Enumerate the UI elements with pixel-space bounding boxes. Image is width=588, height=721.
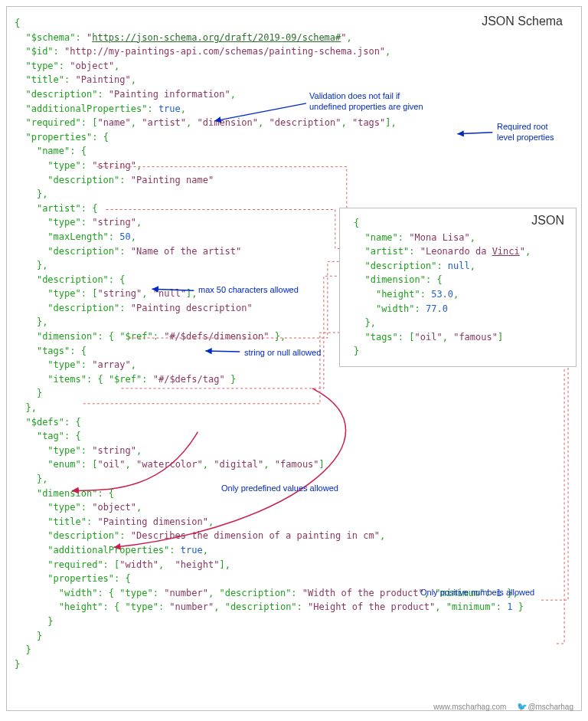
json-panel-label: JSON — [531, 214, 564, 228]
annotation-positive: Only positive numbers allowed — [420, 588, 534, 598]
page-frame: JSON Schema JSON Validation does not fai… — [6, 6, 582, 711]
footer-site: www.mscharhag.com — [433, 703, 506, 711]
annotation-string-null: string or null allowed — [244, 348, 321, 359]
annotation-required: Required rootlevel properties — [497, 122, 573, 143]
annotation-additional-props: Validation does not fail ifundefined pro… — [309, 91, 462, 113]
schema-panel-label: JSON Schema — [482, 15, 563, 28]
twitter-icon: 🐦 — [517, 702, 528, 711]
footer-handle: 🐦@mscharhag — [517, 702, 573, 712]
annotation-maxlength: max 50 characters allowed — [198, 285, 299, 296]
json-instance-block: { "name": "Mona Lisa", "artist": "Leonar… — [339, 208, 577, 367]
annotation-enum: Only predefined values allowed — [221, 483, 338, 494]
footer: www.mscharhag.com 🐦@mscharhag — [433, 702, 573, 712]
